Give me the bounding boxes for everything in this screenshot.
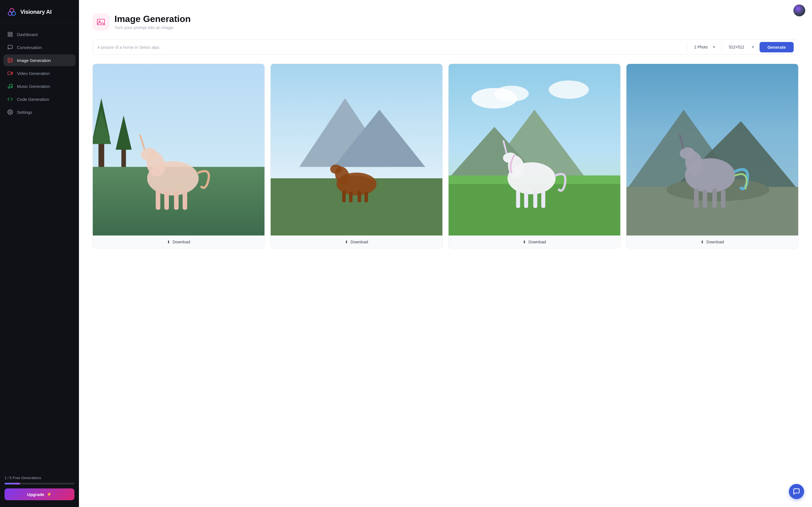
svg-point-11 [8, 87, 10, 89]
code-icon [7, 96, 13, 102]
sidebar-nav: Dashboard Conversation Image Generation [0, 23, 79, 470]
divider-1 [687, 43, 688, 51]
svg-rect-6 [11, 35, 12, 37]
chat-bubble-icon [793, 488, 800, 495]
svg-point-48 [494, 86, 529, 102]
svg-point-41 [330, 165, 342, 173]
image-icon [7, 57, 13, 63]
image-scene-2 [271, 64, 442, 235]
page-icon [93, 13, 109, 31]
svg-rect-3 [8, 33, 10, 34]
svg-rect-44 [358, 191, 361, 203]
upgrade-button[interactable]: Upgrade ⚡ [4, 489, 74, 500]
main-content: Image Generation Turn your prompt into a… [79, 0, 812, 507]
image-scene-1 [93, 64, 264, 235]
download-icon-4: ⬇ [701, 240, 704, 244]
divider-2 [722, 43, 722, 51]
progress-bar-fill [4, 483, 20, 485]
sidebar-item-image-generation[interactable]: Image Generation [3, 54, 75, 66]
image-placeholder-2 [271, 64, 442, 235]
settings-icon [7, 109, 13, 115]
sidebar-item-label: Conversation [17, 45, 42, 50]
image-size-select-group: 512×512 256×256 1024×1024 ▼ [726, 43, 757, 51]
sidebar: Visionary AI Dashboard Conversation [0, 0, 79, 507]
download-button-2[interactable]: ⬇ Download [271, 235, 442, 248]
svg-rect-60 [533, 190, 537, 208]
download-icon-1: ⬇ [167, 240, 170, 244]
prompt-input[interactable] [97, 45, 683, 50]
prompt-bar: 1 Photo 2 Photos 4 Photos ▼ 512×512 256×… [93, 40, 799, 55]
image-scene-4 [626, 64, 798, 235]
photo-count-select-group: 1 Photo 2 Photos 4 Photos ▼ [691, 43, 718, 51]
sidebar-item-conversation[interactable]: Conversation [3, 41, 75, 53]
sidebar-item-label: Music Generation [17, 84, 50, 89]
download-icon-2: ⬇ [345, 240, 348, 244]
avatar[interactable] [794, 4, 805, 16]
page-subtitle: Turn your prompt into an image. [114, 25, 191, 30]
svg-rect-30 [174, 190, 179, 210]
download-icon-3: ⬇ [523, 240, 526, 244]
svg-rect-43 [349, 192, 352, 203]
image-placeholder-1 [93, 64, 264, 235]
download-button-3[interactable]: ⬇ Download [449, 235, 620, 248]
svg-rect-61 [541, 191, 545, 208]
svg-rect-58 [516, 190, 520, 208]
svg-rect-72 [703, 190, 707, 208]
sidebar-footer: 1 / 5 Free Generations Upgrade ⚡ [0, 470, 79, 507]
svg-point-12 [11, 87, 12, 88]
image-scene-3 [449, 64, 620, 235]
page-header: Image Generation Turn your prompt into a… [93, 13, 799, 31]
svg-point-13 [10, 112, 11, 113]
chat-bubble[interactable] [789, 484, 804, 499]
svg-point-8 [9, 59, 10, 60]
photo-count-select[interactable]: 1 Photo 2 Photos 4 Photos [691, 43, 718, 51]
progress-bar-track [4, 483, 74, 485]
image-card-1: ⬇ Download [93, 64, 265, 248]
image-grid: ⬇ Download [93, 64, 799, 248]
svg-rect-28 [156, 190, 160, 210]
sidebar-item-label: Video Generation [17, 71, 50, 76]
image-placeholder-4 [626, 64, 798, 235]
svg-point-49 [549, 80, 589, 99]
svg-rect-4 [11, 33, 12, 34]
image-gen-icon [96, 17, 106, 27]
music-icon [7, 83, 13, 89]
download-button-1[interactable]: ⬇ Download [93, 235, 264, 248]
app-title: Visionary AI [20, 9, 52, 15]
video-icon [7, 70, 13, 76]
image-card-4: ⬇ Download [626, 64, 799, 248]
image-card-2: ⬇ Download [270, 64, 443, 248]
svg-rect-45 [364, 192, 368, 203]
chat-icon [7, 45, 13, 50]
upgrade-label: Upgrade [27, 492, 44, 497]
svg-rect-31 [183, 191, 187, 210]
logo-icon [7, 7, 17, 17]
svg-rect-5 [8, 35, 10, 37]
top-bar [794, 4, 805, 16]
sidebar-item-settings[interactable]: Settings [3, 106, 75, 118]
lightning-icon: ⚡ [47, 492, 52, 497]
image-card-3: ⬇ Download [448, 64, 620, 248]
svg-rect-29 [164, 191, 169, 210]
page-title: Image Generation [114, 14, 191, 24]
svg-rect-59 [524, 191, 528, 208]
sidebar-item-label: Code Generation [17, 97, 49, 102]
svg-rect-9 [8, 72, 11, 75]
sidebar-item-label: Settings [17, 110, 32, 115]
sidebar-item-dashboard[interactable]: Dashboard [3, 29, 75, 40]
sidebar-item-code-generation[interactable]: Code Generation [3, 93, 75, 105]
download-button-4[interactable]: ⬇ Download [626, 235, 798, 248]
svg-rect-42 [342, 191, 346, 203]
avatar-image [794, 4, 805, 16]
sidebar-item-music-generation[interactable]: Music Generation [3, 80, 75, 92]
sidebar-item-label: Image Generation [17, 58, 51, 63]
image-placeholder-3 [449, 64, 620, 235]
page-title-area: Image Generation Turn your prompt into a… [114, 14, 191, 30]
generate-button[interactable]: Generate [760, 42, 794, 52]
svg-rect-71 [694, 189, 699, 208]
sidebar-logo: Visionary AI [0, 0, 79, 23]
image-size-select[interactable]: 512×512 256×256 1024×1024 [726, 43, 757, 51]
sidebar-item-video-generation[interactable]: Video Generation [3, 67, 75, 79]
free-gen-label: 1 / 5 Free Generations [4, 476, 74, 480]
sidebar-item-label: Dashboard [17, 32, 38, 37]
